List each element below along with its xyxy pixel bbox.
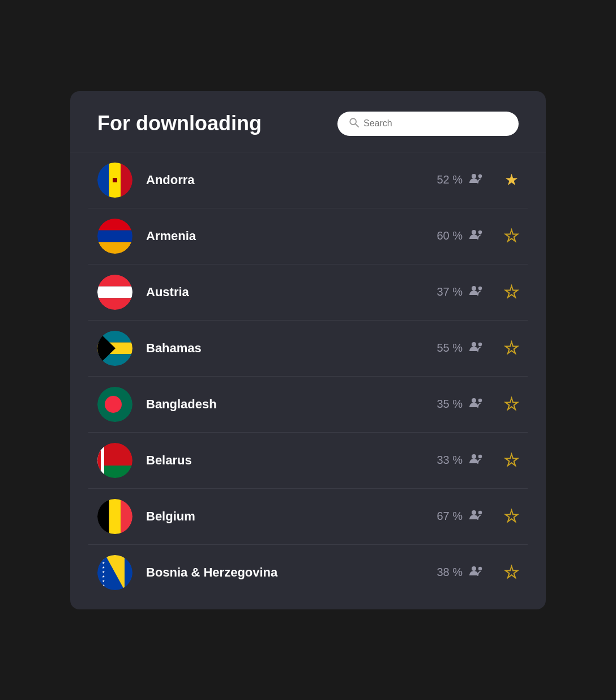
- stats: 67 %: [437, 509, 484, 523]
- percent: 55 %: [437, 342, 463, 355]
- svg-point-22: [478, 287, 482, 290]
- svg-point-29: [478, 343, 482, 346]
- star-button[interactable]: ★: [504, 283, 519, 301]
- list-item: Bahamas 55 % ★: [88, 321, 528, 377]
- svg-point-28: [472, 342, 476, 347]
- people-icon: [468, 341, 484, 355]
- main-container: For downloading: [70, 91, 546, 609]
- svg-text:⚜: ⚜: [113, 178, 117, 182]
- people-icon: [468, 565, 484, 579]
- svg-rect-5: [121, 163, 132, 198]
- svg-rect-45: [121, 499, 132, 534]
- star-button[interactable]: ★: [504, 451, 519, 469]
- list-item: ⚜ Andorra 52 % ★: [88, 152, 528, 208]
- svg-text:★: ★: [102, 584, 105, 587]
- star-button[interactable]: ★: [504, 339, 519, 357]
- svg-point-58: [472, 566, 476, 571]
- svg-point-32: [105, 396, 122, 413]
- percent: 60 %: [437, 229, 463, 242]
- search-box[interactable]: [337, 112, 519, 136]
- list-item: Belgium 67 % ★: [88, 489, 528, 545]
- stats: 38 %: [437, 565, 484, 579]
- stats: 52 %: [437, 173, 484, 187]
- country-name: Armenia: [146, 229, 437, 244]
- people-icon: [468, 173, 484, 187]
- people-icon: [468, 453, 484, 467]
- svg-point-10: [478, 174, 482, 178]
- svg-rect-19: [97, 286, 132, 298]
- flag-austria: [97, 275, 132, 310]
- stats: 35 %: [437, 397, 484, 411]
- flag-belarus: [97, 443, 132, 478]
- people-icon: [468, 229, 484, 243]
- svg-rect-18: [97, 275, 132, 287]
- country-name: Belgium: [146, 509, 437, 524]
- list-item: Belarus 33 % ★: [88, 433, 528, 489]
- country-name: Belarus: [146, 453, 437, 468]
- svg-rect-44: [109, 499, 121, 534]
- star-button[interactable]: ★: [504, 507, 519, 526]
- list-item: ★ ★ ★ ★ ★ ★ ★ Bosnia & Herzegovina 38 %: [88, 545, 528, 600]
- svg-rect-14: [97, 242, 132, 254]
- flag-belgium: [97, 499, 132, 534]
- flag-armenia: [97, 219, 132, 254]
- percent: 38 %: [437, 566, 463, 579]
- flag-andorra: ⚜: [97, 163, 132, 198]
- svg-point-59: [478, 567, 482, 570]
- stats: 55 %: [437, 341, 484, 355]
- list-item: Austria 37 % ★: [88, 264, 528, 321]
- svg-point-21: [472, 286, 476, 291]
- country-list: ⚜ Andorra 52 % ★: [70, 152, 546, 600]
- flag-bahamas: [97, 331, 132, 366]
- svg-text:★: ★: [102, 575, 105, 578]
- flag-bangladesh: [97, 387, 132, 422]
- star-button[interactable]: ★: [504, 395, 519, 413]
- people-icon: [468, 509, 484, 523]
- svg-rect-20: [97, 298, 132, 310]
- people-icon: [468, 285, 484, 299]
- svg-text:★: ★: [102, 557, 105, 560]
- list-item: Bangladesh 35 % ★: [88, 377, 528, 433]
- svg-rect-12: [97, 219, 132, 231]
- svg-rect-13: [97, 230, 132, 242]
- search-input[interactable]: [363, 118, 507, 129]
- stats: 33 %: [437, 453, 484, 467]
- country-name: Bahamas: [146, 341, 437, 356]
- svg-point-15: [472, 230, 476, 234]
- star-button[interactable]: ★: [504, 563, 519, 582]
- percent: 35 %: [437, 398, 463, 411]
- people-icon: [468, 397, 484, 411]
- page-title: For downloading: [97, 112, 262, 135]
- header: For downloading: [70, 91, 546, 152]
- svg-point-46: [472, 510, 476, 515]
- svg-point-40: [472, 454, 476, 459]
- svg-point-33: [472, 398, 476, 403]
- flag-bosnia: ★ ★ ★ ★ ★ ★ ★: [97, 555, 132, 590]
- svg-point-16: [478, 231, 482, 234]
- star-button[interactable]: ★: [504, 227, 519, 245]
- stats: 37 %: [437, 285, 484, 299]
- star-button[interactable]: ★: [504, 170, 519, 189]
- svg-point-47: [478, 511, 482, 514]
- list-item: Armenia 60 % ★: [88, 208, 528, 264]
- country-name: Austria: [146, 285, 437, 300]
- svg-rect-3: [97, 163, 109, 198]
- search-icon: [349, 117, 359, 130]
- svg-text:★: ★: [102, 566, 105, 569]
- svg-text:★: ★: [102, 570, 105, 574]
- svg-line-1: [356, 123, 358, 126]
- svg-point-9: [472, 174, 476, 178]
- svg-text:★: ★: [102, 579, 105, 583]
- stats: 60 %: [437, 229, 484, 243]
- percent: 33 %: [437, 454, 463, 467]
- svg-point-34: [478, 399, 482, 402]
- svg-rect-39: [97, 443, 101, 478]
- country-name: Andorra: [146, 173, 437, 187]
- svg-rect-43: [97, 499, 109, 534]
- percent: 67 %: [437, 510, 463, 523]
- country-name: Bosnia & Herzegovina: [146, 565, 437, 580]
- percent: 37 %: [437, 285, 463, 298]
- svg-point-41: [478, 455, 482, 458]
- country-name: Bangladesh: [146, 397, 437, 412]
- svg-text:★: ★: [102, 561, 105, 565]
